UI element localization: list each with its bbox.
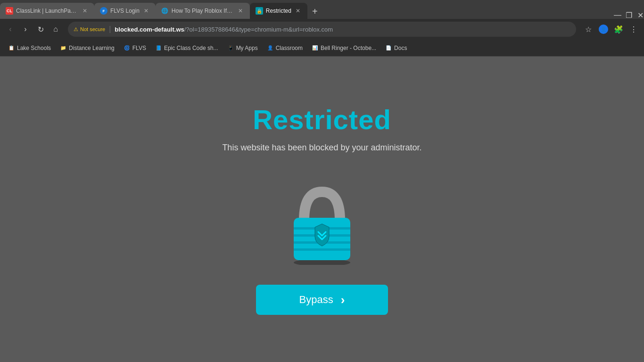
bookmarks-bar: 📋 Lake Schools 📁 Distance Learning 🌀 FLV… [0, 40, 644, 57]
tab-title-classlink: ClassLink | LaunchPad Login [16, 8, 78, 14]
bookmark-favicon-docs: 📄 [385, 44, 392, 52]
tab-title-restricted: Restricted [266, 8, 291, 14]
minimize-button[interactable]: — [614, 11, 621, 19]
tab-favicon-flvs: F [100, 7, 107, 15]
tab-favicon-restricted: 🔒 [256, 7, 263, 15]
bookmark-flvs[interactable]: 🌀 FLVS [119, 42, 150, 54]
url-path: /?ol=18935788646&type=chromium-m&url=rob… [184, 26, 333, 33]
svg-text:👤: 👤 [601, 26, 607, 33]
tab-classlink[interactable]: CL ClassLink | LaunchPad Login ✕ [0, 3, 94, 19]
lock-illustration [280, 172, 364, 266]
profile-button[interactable]: 👤 [597, 23, 610, 36]
bypass-arrow-icon: › [341, 293, 345, 307]
bookmark-epic[interactable]: 📘 Epic Class Code sh... [151, 42, 222, 54]
tab-close-flvs[interactable]: ✕ [142, 7, 150, 15]
tab-favicon-classlink: CL [6, 7, 13, 15]
close-button[interactable]: ✕ [636, 11, 644, 19]
browser-toolbar: ‹ › ↻ ⌂ ⚠ Not secure | blocked.com-defau… [0, 19, 644, 40]
tab-close-classlink[interactable]: ✕ [81, 7, 89, 15]
bypass-button-label: Bypass [299, 294, 333, 306]
refresh-button[interactable]: ↻ [34, 23, 47, 36]
tab-title-flvs: FLVS Login [110, 8, 140, 14]
bookmark-favicon-epic: 📘 [155, 44, 162, 52]
bookmark-favicon-lake-schools: 📋 [8, 44, 15, 52]
window-controls: — ❐ ✕ [614, 11, 644, 19]
bookmark-favicon-bell-ringer: 📊 [311, 44, 319, 52]
bookmark-label-flvs: FLVS [132, 45, 146, 51]
svg-rect-7 [294, 248, 350, 251]
bookmark-star-button[interactable]: ☆ [582, 23, 595, 36]
bookmark-favicon-flvs: 🌀 [123, 44, 131, 52]
bookmark-classroom[interactable]: 👤 Classroom [263, 42, 306, 54]
tab-close-restricted[interactable]: ✕ [294, 7, 302, 15]
bookmark-favicon-my-apps: 📱 [227, 44, 234, 52]
url-domain: blocked.com-default.ws [115, 26, 184, 33]
bookmark-docs[interactable]: 📄 Docs [381, 42, 411, 54]
bookmark-label-epic: Epic Class Code sh... [164, 45, 218, 51]
tab-title-roblox: How To Play Roblox If Your On C [172, 8, 234, 14]
page-subtitle: This website has been blocked by your ad… [222, 143, 421, 153]
lock-svg [280, 173, 364, 265]
bookmark-favicon-distance-learning: 📁 [59, 44, 67, 52]
bookmark-label-lake-schools: Lake Schools [17, 45, 51, 51]
new-tab-button[interactable]: + [307, 4, 322, 19]
bookmark-favicon-classroom: 👤 [266, 44, 274, 52]
tab-restricted[interactable]: 🔒 Restricted ✕ [250, 3, 307, 19]
maximize-button[interactable]: ❐ [625, 11, 633, 19]
tab-flvs[interactable]: F FLVS Login ✕ [94, 3, 156, 19]
not-secure-label: Not secure [80, 26, 105, 32]
address-bar[interactable]: ⚠ Not secure | blocked.com-default.ws/?o… [68, 22, 576, 37]
page-content: Restricted This website has been blocked… [0, 57, 644, 362]
bookmark-distance-learning[interactable]: 📁 Distance Learning [56, 42, 118, 54]
tab-roblox[interactable]: 🌐 How To Play Roblox If Your On C ✕ [156, 3, 250, 19]
bookmark-label-distance-learning: Distance Learning [69, 45, 115, 51]
tab-favicon-roblox: 🌐 [161, 7, 169, 15]
forward-button[interactable]: › [19, 23, 32, 36]
extensions-button[interactable]: 🧩 [612, 23, 625, 36]
tabs-bar: CL ClassLink | LaunchPad Login ✕ F FLVS … [0, 0, 644, 19]
home-button[interactable]: ⌂ [49, 23, 62, 36]
bookmark-label-docs: Docs [394, 45, 407, 51]
bookmark-label-my-apps: My Apps [236, 45, 258, 51]
bookmark-label-classroom: Classroom [276, 45, 303, 51]
browser-menu-button[interactable]: ⋮ [627, 23, 640, 36]
bookmark-bell-ringer[interactable]: 📊 Bell Ringer - Octobe... [307, 42, 380, 54]
back-button[interactable]: ‹ [4, 23, 17, 36]
bookmark-label-bell-ringer: Bell Ringer - Octobe... [321, 45, 376, 51]
page-title: Restricted [253, 104, 391, 135]
tab-close-roblox[interactable]: ✕ [237, 7, 244, 15]
bookmark-lake-schools[interactable]: 📋 Lake Schools [4, 42, 55, 54]
bypass-button[interactable]: Bypass › [256, 285, 388, 315]
url-display: blocked.com-default.ws/?ol=18935788646&t… [115, 26, 333, 33]
bookmark-my-apps[interactable]: 📱 My Apps [223, 42, 262, 54]
not-secure-indicator: ⚠ Not secure [74, 26, 105, 33]
